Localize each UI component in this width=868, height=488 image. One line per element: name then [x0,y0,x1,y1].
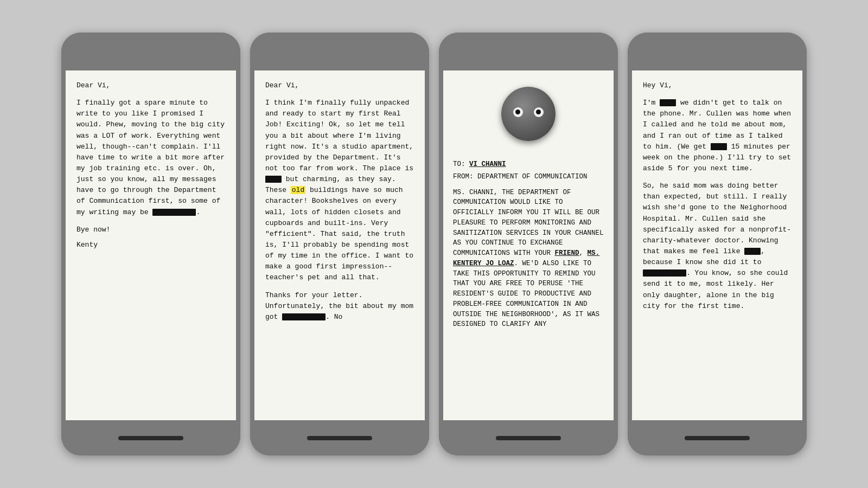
signature-1: Kenty [76,240,225,251]
phone-2-letter: Dear Vi, I think I'm finally fully unpac… [254,70,425,332]
phone-1-letter: Dear Vi, I finally got a spare minute to… [66,70,236,260]
phone-4: Hey Vi, I'm we didn't get to talk on the… [628,33,807,455]
official-body: MS. CHANNI, THE DEPARTMENT OF COMMUNICAT… [453,188,604,330]
phone-4-bottom-bar [628,420,807,455]
phone-3-top-bar [439,33,618,70]
phones-container: Dear Vi, I finally got a spare minute to… [50,22,818,466]
greeting-2: Dear Vi, [265,80,414,91]
home-bar-2 [307,436,372,440]
redacted-block-1 [152,209,196,216]
paragraph-4a: I'm we didn't get to talk on the phone. … [643,98,792,174]
paragraph-1-body: I finally got a spare minute to write to… [76,98,225,218]
paragraph-4b: So, he said mom was doing better than ex… [643,181,792,312]
home-bar-3 [496,436,561,440]
phone-2: Dear Vi, I think I'm finally fully unpac… [250,33,429,455]
highlighted-old: old [291,186,305,194]
redacted-4d [643,269,686,277]
home-bar-4 [685,436,750,440]
greeting-4: Hey Vi, [643,80,792,91]
redacted-block-2b [282,313,326,320]
to-name: VI CHANNI [469,160,506,168]
robot-eye-left [513,107,523,117]
robot-avatar-container [443,70,614,152]
phone-3: TO: VI CHANNI FROM: DEPARTMENT OF COMMUN… [439,33,618,455]
home-bar-1 [118,436,183,440]
friend-underline: FRIEND [555,249,579,257]
from-line: FROM: DEPARTMENT OF COMMUNICATION [453,172,604,182]
greeting-1: Dear Vi, [76,80,225,91]
phone-3-screen: TO: VI CHANNI FROM: DEPARTMENT OF COMMUN… [443,70,614,420]
phone-4-screen: Hey Vi, I'm we didn't get to talk on the… [632,70,802,420]
phone-2-top-bar [250,33,429,70]
phone-1-screen: Dear Vi, I finally got a spare minute to… [66,70,236,420]
phone-3-letter: TO: VI CHANNI FROM: DEPARTMENT OF COMMUN… [443,152,614,337]
phone-1: Dear Vi, I finally got a spare minute to… [61,33,240,455]
redacted-block-2a [265,176,282,183]
signoff-1: Bye now! [76,224,225,235]
robot-head [501,87,556,141]
phone-1-top-bar [61,33,240,70]
redacted-4a [660,99,676,106]
paragraph-2b: Thanks for your letter. Unfortunately, t… [265,290,414,323]
redacted-4b [711,143,727,150]
phone-3-bottom-bar [439,420,618,455]
phone-4-top-bar [628,33,807,70]
to-line: TO: VI CHANNI [453,159,604,170]
robot-eye-right [534,107,544,117]
to-word: to [753,258,762,266]
paragraph-2a: I think I'm finally fully unpacked and r… [265,98,414,283]
phone-2-bottom-bar [250,420,429,455]
phone-4-letter: Hey Vi, I'm we didn't get to talk on the… [632,70,802,322]
phone-2-screen: Dear Vi, I think I'm finally fully unpac… [254,70,425,420]
redacted-4c [744,248,761,255]
phone-1-bottom-bar [61,420,240,455]
